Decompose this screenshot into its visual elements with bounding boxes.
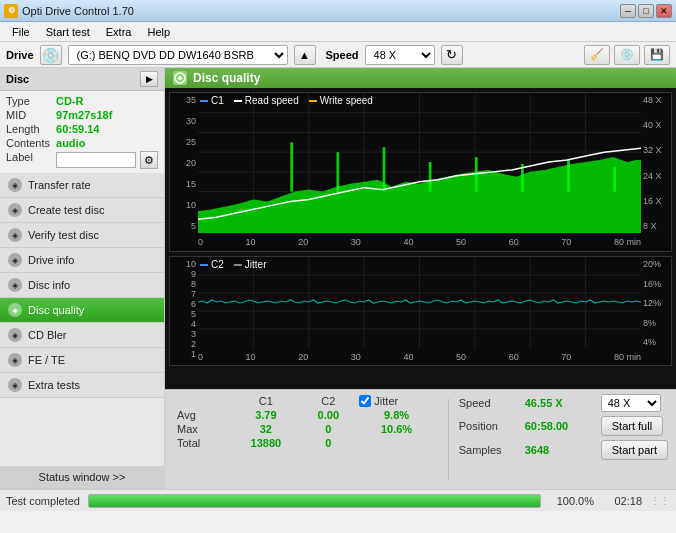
disc-clean-button[interactable]: 🧹 — [584, 45, 610, 65]
legend-c2: C2 — [200, 259, 224, 270]
disc-info-button[interactable]: 💿 — [614, 45, 640, 65]
progress-time: 02:18 — [602, 495, 642, 507]
window-controls: ─ □ ✕ — [620, 4, 672, 18]
title-bar: ⚙ Opti Drive Control 1.70 ─ □ ✕ — [0, 0, 676, 22]
minimize-button[interactable]: ─ — [620, 4, 636, 18]
avg-jitter: 9.8% — [355, 408, 437, 422]
start-full-button[interactable]: Start full — [601, 416, 663, 436]
speed-select[interactable]: 48 X — [365, 45, 435, 65]
svg-rect-17 — [336, 152, 339, 191]
start-part-button[interactable]: Start part — [601, 440, 668, 460]
sidebar-item-drive-info[interactable]: ◈ Drive info — [0, 248, 164, 273]
legend-jitter-label: Jitter — [245, 259, 267, 270]
drive-icon: 💿 — [40, 45, 62, 65]
chart-legend-2: C2 Jitter — [200, 259, 266, 270]
speed-row-value: 46.55 X — [525, 397, 595, 409]
verify-test-disc-label: Verify test disc — [28, 229, 99, 241]
menu-help[interactable]: Help — [139, 24, 178, 40]
row-max-label: Max — [173, 422, 230, 436]
mid-value: 97m27s18f — [56, 109, 158, 121]
label-key: Label — [6, 151, 50, 169]
create-test-disc-label: Create test disc — [28, 204, 104, 216]
label-gear-button[interactable]: ⚙ — [140, 151, 158, 169]
stats-table: C1 C2 Jitter Avg — [173, 394, 438, 485]
disc-quality-label: Disc quality — [28, 304, 84, 316]
length-key: Length — [6, 123, 50, 135]
refresh-button[interactable]: ↻ — [441, 45, 463, 65]
status-window-button[interactable]: Status window >> — [0, 466, 164, 489]
drive-label: Drive — [6, 49, 34, 61]
sidebar-item-create-test-disc[interactable]: ◈ Create test disc — [0, 198, 164, 223]
progress-bar-fill — [89, 495, 540, 507]
sidebar-item-extra-tests[interactable]: ◈ Extra tests — [0, 373, 164, 398]
eject-button[interactable]: ▲ — [294, 45, 316, 65]
transfer-rate-label: Transfer rate — [28, 179, 91, 191]
resize-handle[interactable]: ⋮⋮ — [650, 495, 670, 506]
drive-info-icon: ◈ — [8, 253, 22, 267]
max-jitter: 10.6% — [355, 422, 437, 436]
disc-header-arrow[interactable]: ▶ — [140, 71, 158, 87]
stats-right: Speed 46.55 X 48 X Position 60:58.00 Sta… — [459, 394, 668, 485]
svg-rect-22 — [567, 160, 570, 192]
stats-speed-select[interactable]: 48 X — [601, 394, 661, 412]
length-value: 60:59.14 — [56, 123, 158, 135]
max-c2: 0 — [301, 422, 355, 436]
samples-row-value: 3648 — [525, 444, 595, 456]
menu-file[interactable]: File — [4, 24, 38, 40]
jitter-checkbox[interactable] — [359, 395, 371, 407]
avg-c1: 3.79 — [230, 408, 301, 422]
stats-bar: C1 C2 Jitter Avg — [165, 389, 676, 489]
disc-info-label: Disc info — [28, 279, 70, 291]
legend-c2-label: C2 — [211, 259, 224, 270]
label-input[interactable] — [56, 152, 136, 168]
sidebar: Disc ▶ Type CD-R MID 97m27s18f Length 60… — [0, 68, 165, 489]
legend-read-label: Read speed — [245, 95, 299, 106]
chart-y-axis-right-2: 20% 16% 12% 8% 4% — [641, 257, 671, 349]
total-jitter — [355, 436, 437, 450]
col-c2: C2 — [301, 394, 355, 408]
row-avg-label: Avg — [173, 408, 230, 422]
svg-rect-16 — [290, 142, 293, 191]
chart-y-axis-left-1: 35 30 25 20 15 10 5 — [170, 93, 198, 233]
samples-row: Samples 3648 Start part — [459, 440, 668, 460]
contents-key: Contents — [6, 137, 50, 149]
sidebar-item-disc-info[interactable]: ◈ Disc info — [0, 273, 164, 298]
menu-bar: File Start test Extra Help — [0, 22, 676, 42]
legend-c1-label: C1 — [211, 95, 224, 106]
sidebar-item-transfer-rate[interactable]: ◈ Transfer rate — [0, 173, 164, 198]
sidebar-item-disc-quality[interactable]: ◈ Disc quality — [0, 298, 164, 323]
app-icon: ⚙ — [4, 4, 18, 18]
chart-c2: C2 Jitter 10 9 8 7 6 5 4 3 2 — [169, 256, 672, 366]
contents-value: audio — [56, 137, 158, 149]
position-row: Position 60:58.00 Start full — [459, 416, 668, 436]
jitter-checkbox-row: Jitter — [359, 395, 435, 407]
svg-rect-19 — [429, 162, 432, 192]
legend-write-label: Write speed — [320, 95, 373, 106]
chart-legend-1: C1 Read speed Write speed — [200, 95, 373, 106]
chart-plot-area-2 — [198, 257, 641, 349]
chart-c1: C1 Read speed Write speed 35 30 25 20 — [169, 92, 672, 252]
sidebar-item-verify-test-disc[interactable]: ◈ Verify test disc — [0, 223, 164, 248]
drive-select[interactable]: (G:) BENQ DVD DD DW1640 BSRB — [68, 45, 288, 65]
chart-y-axis-left-2: 10 9 8 7 6 5 4 3 2 1 — [170, 257, 198, 349]
drive-info-label: Drive info — [28, 254, 74, 266]
svg-point-1 — [178, 76, 182, 80]
sidebar-item-cd-bler[interactable]: ◈ CD Bler — [0, 323, 164, 348]
chart-x-axis-2: 0 10 20 30 40 50 60 70 80 min — [198, 349, 641, 365]
charts-container: C1 Read speed Write speed 35 30 25 20 — [165, 88, 676, 389]
chart-y-axis-right-1: 48 X 40 X 32 X 24 X 16 X 8 X — [641, 93, 671, 233]
close-button[interactable]: ✕ — [656, 4, 672, 18]
extra-tests-icon: ◈ — [8, 378, 22, 392]
fe-te-label: FE / TE — [28, 354, 65, 366]
sidebar-item-fe-te[interactable]: ◈ FE / TE — [0, 348, 164, 373]
chart-title: Disc quality — [193, 71, 260, 85]
menu-extra[interactable]: Extra — [98, 24, 140, 40]
speed-label: Speed — [326, 49, 359, 61]
avg-c2: 0.00 — [301, 408, 355, 422]
maximize-button[interactable]: □ — [638, 4, 654, 18]
save-button[interactable]: 💾 — [644, 45, 670, 65]
menu-start-test[interactable]: Start test — [38, 24, 98, 40]
progress-percent: 100.0% — [549, 495, 594, 507]
jitter-col-label: Jitter — [374, 395, 398, 407]
speed-row-label: Speed — [459, 397, 519, 409]
